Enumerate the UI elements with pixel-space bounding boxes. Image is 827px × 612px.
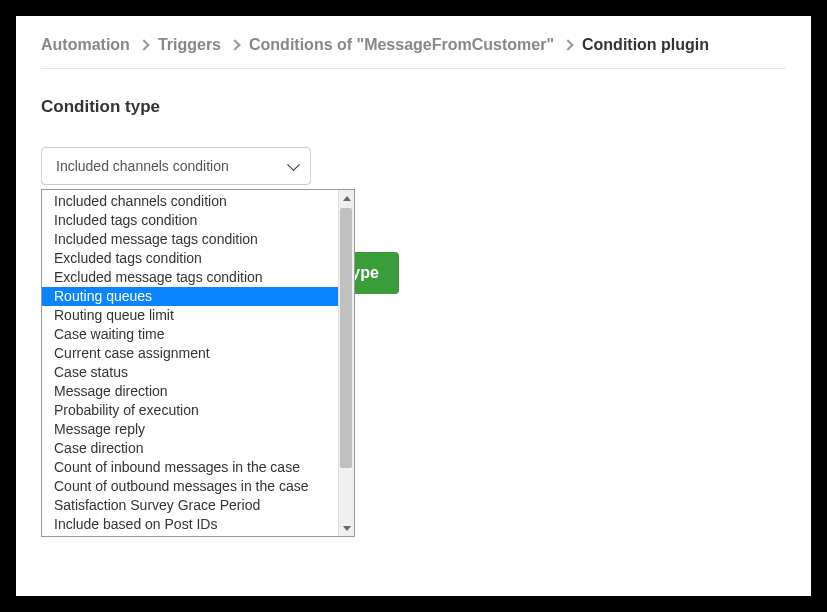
- dropdown-option[interactable]: Count of outbound messages in the case: [42, 477, 354, 496]
- dropdown-option[interactable]: Satisfaction Survey Grace Period: [42, 496, 354, 515]
- breadcrumb-automation[interactable]: Automation: [41, 36, 130, 54]
- condition-type-select[interactable]: Included channels condition: [41, 147, 311, 185]
- select-value: Included channels condition: [56, 158, 229, 174]
- chevron-right-icon: [138, 39, 149, 50]
- chevron-right-icon: [229, 39, 240, 50]
- dropdown-option[interactable]: Routing queues: [42, 287, 354, 306]
- breadcrumb: Automation Triggers Conditions of "Messa…: [41, 36, 786, 69]
- dropdown-option[interactable]: Message direction: [42, 382, 354, 401]
- dropdown-option[interactable]: Include based on Post IDs: [42, 515, 354, 534]
- breadcrumb-triggers[interactable]: Triggers: [158, 36, 221, 54]
- breadcrumb-condition-plugin: Condition plugin: [582, 36, 709, 54]
- dropdown-option[interactable]: Case status: [42, 363, 354, 382]
- dropdown-option[interactable]: Exclude based on Post IDs: [42, 534, 354, 537]
- chevron-right-icon: [562, 39, 573, 50]
- dropdown-option[interactable]: Included tags condition: [42, 211, 354, 230]
- page-title: Condition type: [41, 97, 786, 117]
- dropdown-list: Included channels conditionIncluded tags…: [42, 190, 354, 537]
- dropdown-option[interactable]: Current case assignment: [42, 344, 354, 363]
- dropdown-option[interactable]: Case waiting time: [42, 325, 354, 344]
- dropdown-option[interactable]: Case direction: [42, 439, 354, 458]
- dropdown-option[interactable]: Routing queue limit: [42, 306, 354, 325]
- scrollbar-arrow-down-icon[interactable]: [340, 521, 354, 535]
- dropdown-option[interactable]: Excluded message tags condition: [42, 268, 354, 287]
- dropdown-scrollbar[interactable]: [338, 190, 354, 536]
- condition-type-select-wrap: Included channels condition Included cha…: [41, 147, 311, 185]
- dropdown-option[interactable]: Included message tags condition: [42, 230, 354, 249]
- dropdown-option[interactable]: Count of inbound messages in the case: [42, 458, 354, 477]
- dropdown-option[interactable]: Excluded tags condition: [42, 249, 354, 268]
- breadcrumb-conditions[interactable]: Conditions of "MessageFromCustomer": [249, 36, 554, 54]
- dropdown-option[interactable]: Included channels condition: [42, 192, 354, 211]
- scrollbar-arrow-up-icon[interactable]: [340, 191, 354, 205]
- condition-type-dropdown: Included channels conditionIncluded tags…: [41, 189, 355, 537]
- scrollbar-thumb[interactable]: [340, 208, 352, 468]
- dropdown-option[interactable]: Message reply: [42, 420, 354, 439]
- app-window: Automation Triggers Conditions of "Messa…: [16, 16, 811, 596]
- dropdown-option[interactable]: Probability of execution: [42, 401, 354, 420]
